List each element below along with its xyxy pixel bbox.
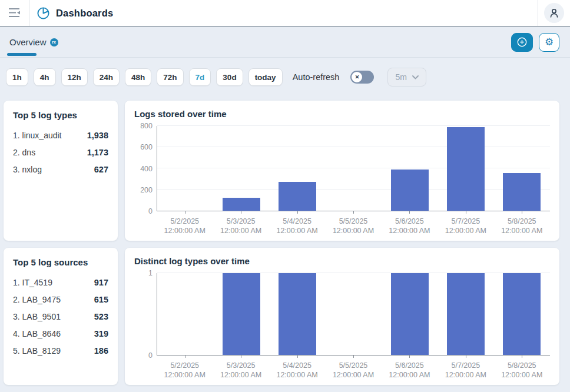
bar-slot xyxy=(213,273,269,355)
bars-layer xyxy=(157,273,550,355)
x-tick-label: 5/3/2025 12:00:00 AM xyxy=(213,361,269,380)
page-title: Dashboards xyxy=(56,8,113,19)
y-tick-label: 400 xyxy=(140,165,153,173)
widget-title: Top 5 log types xyxy=(13,110,108,120)
x-tick-label: 5/3/2025 12:00:00 AM xyxy=(213,217,269,236)
x-tick-label: 5/6/2025 12:00:00 AM xyxy=(382,361,438,380)
active-tab-underline xyxy=(7,53,37,56)
log-sources-list: 1. IT_4519 917 2. LAB_9475 615 3. LAB_95… xyxy=(13,278,108,356)
bar-slot xyxy=(157,273,213,355)
x-tick-label: 5/6/2025 12:00:00 AM xyxy=(382,217,438,236)
list-item: 2. LAB_9475 615 xyxy=(13,295,108,304)
tabbar-actions: ⚙ xyxy=(511,33,559,52)
list-item: 1. linux_audit 1,938 xyxy=(13,131,108,140)
bar[interactable] xyxy=(447,127,485,211)
time-range-7d[interactable]: 7d xyxy=(189,68,211,86)
top-bar: Dashboards xyxy=(0,0,570,27)
x-axis-labels: 5/2/2025 12:00:00 AM5/3/2025 12:00:00 AM… xyxy=(157,361,550,380)
x-tick-label: 5/5/2025 12:00:00 AM xyxy=(325,217,381,236)
x-tick xyxy=(185,211,185,214)
log-types-list: 1. linux_audit 1,938 2. dns 1,173 3. nxl… xyxy=(13,131,108,174)
log-type-count: 627 xyxy=(94,165,108,174)
toggle-knob: ✕ xyxy=(352,72,362,82)
gear-icon: ⚙ xyxy=(545,37,554,47)
bar-slot xyxy=(270,273,326,355)
bar-slot xyxy=(494,273,550,355)
y-tick-label: 1 xyxy=(148,269,153,277)
bar[interactable] xyxy=(447,273,485,355)
bar-slot xyxy=(213,126,269,211)
x-tick xyxy=(409,356,410,358)
dashboard-tab-bar: Overview rx ⚙ xyxy=(0,27,570,58)
brand[interactable]: Dashboards xyxy=(29,0,538,26)
y-tick-label: 800 xyxy=(140,122,153,130)
log-source-name: 1. IT_4519 xyxy=(13,278,52,287)
x-tick-label: 5/8/2025 12:00:00 AM xyxy=(494,217,550,236)
time-range-today[interactable]: today xyxy=(248,68,283,86)
log-type-count: 1,173 xyxy=(87,148,108,157)
bar-slot xyxy=(326,273,382,355)
refresh-interval-select[interactable]: 5m xyxy=(387,68,426,87)
y-tick-label: 200 xyxy=(140,186,153,194)
x-tick xyxy=(241,356,241,358)
time-range-1h[interactable]: 1h xyxy=(6,68,28,86)
x-tick xyxy=(466,356,466,358)
auto-refresh-toggle[interactable]: ✕ xyxy=(350,71,374,84)
bar[interactable] xyxy=(223,198,260,211)
user-icon xyxy=(548,6,561,19)
bar-chart-distinct-log-types: 01 5/2/2025 12:00:00 AM5/3/2025 12:00:00… xyxy=(134,273,550,380)
log-source-name: 3. LAB_9501 xyxy=(13,312,61,321)
bar[interactable] xyxy=(503,273,541,355)
refresh-interval-value: 5m xyxy=(395,72,406,82)
time-range-48h[interactable]: 48h xyxy=(125,68,151,86)
time-range-4h[interactable]: 4h xyxy=(34,68,56,86)
log-type-name: 2. dns xyxy=(13,148,35,157)
add-widget-button[interactable] xyxy=(511,33,533,52)
user-menu-button[interactable] xyxy=(544,3,564,23)
y-tick-label: 0 xyxy=(148,351,153,360)
time-range-30d[interactable]: 30d xyxy=(216,68,243,86)
bar[interactable] xyxy=(279,182,316,211)
widget-title: Top 5 log sources xyxy=(13,257,108,267)
bar-slot xyxy=(382,273,438,355)
bar[interactable] xyxy=(279,273,316,355)
dashboard-settings-button[interactable]: ⚙ xyxy=(539,33,559,52)
bar[interactable] xyxy=(391,273,429,355)
pie-chart-logo-icon xyxy=(37,6,50,20)
bar[interactable] xyxy=(223,273,260,355)
tab-overview[interactable]: Overview rx xyxy=(7,27,61,57)
list-item: 1. IT_4519 917 xyxy=(13,278,108,287)
chart-title: Distinct log types over time xyxy=(134,256,550,266)
bar-slot xyxy=(270,126,326,211)
bar[interactable] xyxy=(391,170,429,211)
x-tick xyxy=(297,356,298,358)
list-item: 4. LAB_8646 319 xyxy=(13,329,108,338)
x-tick-label: 5/2/2025 12:00:00 AM xyxy=(157,361,213,380)
log-source-name: 2. LAB_9475 xyxy=(13,295,61,304)
time-range-24h[interactable]: 24h xyxy=(93,68,120,86)
log-source-count: 319 xyxy=(94,329,108,338)
x-tick-label: 5/2/2025 12:00:00 AM xyxy=(157,217,213,236)
log-source-name: 5. LAB_8129 xyxy=(13,346,61,356)
log-source-count: 523 xyxy=(94,312,108,321)
bar-slot xyxy=(494,126,550,211)
x-tick xyxy=(522,356,522,358)
collapse-menu-icon xyxy=(8,6,22,19)
log-source-name: 4. LAB_8646 xyxy=(13,329,61,338)
x-tick xyxy=(241,211,241,214)
list-item: 5. LAB_8129 186 xyxy=(13,346,108,356)
time-range-72h[interactable]: 72h xyxy=(157,68,183,86)
time-range-12h[interactable]: 12h xyxy=(61,68,88,86)
y-axis: 01 xyxy=(134,273,157,356)
plot-area xyxy=(157,273,550,356)
bar[interactable] xyxy=(503,173,541,211)
log-source-count: 186 xyxy=(94,346,108,356)
x-tick xyxy=(409,211,410,214)
bar-chart-logs-stored: 0200400600800 5/2/2025 12:00:00 AM5/3/20… xyxy=(134,126,550,236)
x-tick-label: 5/8/2025 12:00:00 AM xyxy=(494,361,550,380)
widget-logs-stored-chart: Logs stored over time 0200400600800 5/2/… xyxy=(125,101,559,241)
log-source-count: 615 xyxy=(94,295,108,304)
x-tick-label: 5/7/2025 12:00:00 AM xyxy=(438,361,493,380)
sidebar-toggle-button[interactable] xyxy=(0,0,29,26)
left-column: Top 5 log types 1. linux_audit 1,938 2. … xyxy=(4,101,118,385)
